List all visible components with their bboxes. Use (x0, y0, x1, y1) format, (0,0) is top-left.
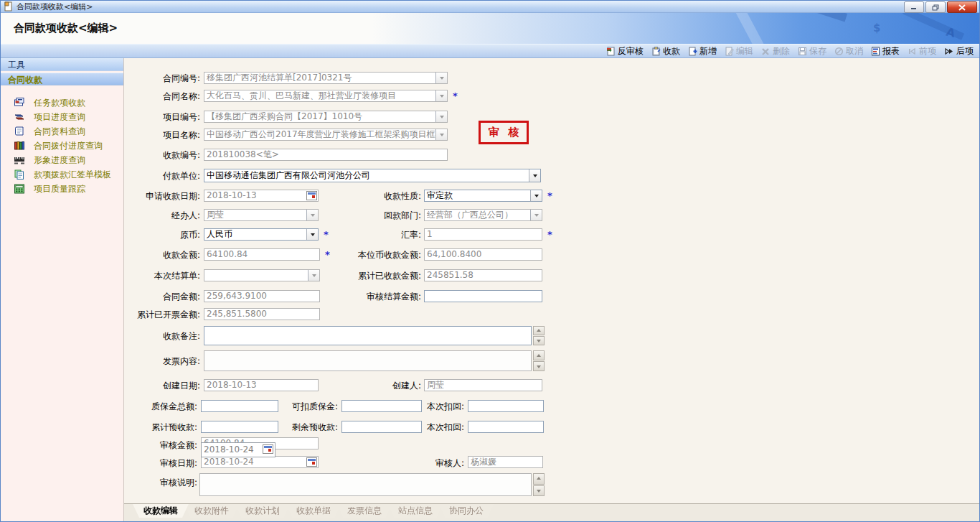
cumulative-invoiced-label: 累计已开票金额: (116, 309, 200, 320)
payer-value: 中国移动通信集团广西有限公司河池分公司 (207, 170, 370, 180)
anti-audit-icon (606, 47, 616, 56)
sidebar-item-label: 项目进度查询 (34, 111, 85, 123)
receipt-nature-label: 收款性质: (338, 190, 421, 202)
required-asterisk: * (324, 230, 329, 240)
handler-field: 周莹 (204, 209, 319, 221)
sidebar-tools-header[interactable]: 工具 (1, 58, 123, 71)
return-dept-field: 经营部（广西总公司） (424, 209, 542, 221)
payer-dropdown-button[interactable] (529, 169, 540, 182)
contract-name-value: 大化百马、贡川、巴马新建、那社营业厅装修项目 (207, 90, 396, 101)
deduct-this2-field[interactable] (468, 421, 544, 433)
save-button: 保存 (798, 45, 826, 57)
sidebar-item-image-progress[interactable]: 形象进度查询 (1, 153, 123, 167)
cumulative-advance-field[interactable] (201, 421, 278, 433)
report-button[interactable]: 报表 (871, 45, 900, 57)
deduct-this-field[interactable] (468, 400, 544, 412)
receipt-note-spinner[interactable] (533, 326, 545, 345)
anti-audit-label: 反审核 (618, 45, 644, 57)
sidebar-item-task-receipt[interactable]: 任务款项收款 (1, 95, 123, 110)
receipt-button[interactable]: 收款 (651, 45, 680, 57)
sidebar-item-label: 合同拨付进度查询 (34, 140, 103, 152)
save-icon (798, 47, 807, 56)
tab-collaboration[interactable]: 协同办公 (438, 504, 494, 518)
currency-field[interactable]: 人民币 (204, 228, 319, 241)
currency-dropdown-button[interactable] (306, 229, 318, 240)
banner-stripe (735, 13, 768, 45)
tab-receipt-plan[interactable]: 收款计划 (235, 504, 291, 518)
receipt-note-textarea[interactable] (204, 326, 532, 345)
close-button[interactable] (947, 1, 977, 13)
anti-audit-button[interactable]: 反审核 (606, 45, 644, 57)
tab-invoice-info[interactable]: 发票信息 (336, 504, 392, 518)
audit-settlement-field[interactable] (424, 290, 542, 302)
bottom-tabbar: 收款编辑 收款附件 收款计划 收款单据 发票信息 站点信息 协同办公 (124, 503, 979, 521)
cancel-label: 取消 (846, 45, 863, 57)
contract-name-field: 大化百马、贡川、巴马新建、那社营业厅装修项目 (204, 90, 448, 102)
next-button[interactable]: 后项 (944, 45, 974, 57)
banner-dollar-glyph: $ (873, 22, 880, 34)
project-progress-icon (14, 111, 25, 123)
contract-no-label: 合同编号: (116, 73, 200, 84)
minimize-button[interactable] (904, 1, 924, 13)
tab-label: 协同办公 (449, 505, 484, 516)
add-button[interactable]: 新增 (688, 45, 717, 57)
receipt-nature-value: 审定款 (427, 190, 453, 200)
receipt-amount-field[interactable]: 64100.84 (204, 248, 320, 261)
tab-receipt-edit[interactable]: 收款编辑 (133, 504, 189, 518)
delete-icon (761, 47, 771, 56)
payer-field[interactable]: 中国移动通信集团广西有限公司河池分公司 (204, 169, 541, 182)
deductible-warranty-label: 可扣质保金: (273, 401, 338, 412)
apply-date-value: 2018-10-13 (207, 190, 257, 200)
sidebar-item-label: 款项拨款汇签单模板 (34, 169, 111, 181)
audit-date-field[interactable]: 2018-10-24 (201, 456, 319, 468)
tab-receipt-attachment[interactable]: 收款附件 (184, 504, 240, 518)
previous-label: 前项 (919, 45, 936, 57)
spin-up-icon[interactable] (533, 473, 545, 485)
minimize-icon (910, 4, 918, 10)
project-no-field: 【移集团广西采购合同【2017】1010号 (204, 111, 448, 123)
receipt-nature-field[interactable]: 审定款 (424, 190, 542, 202)
handler-label: 经办人: (116, 210, 200, 221)
sidebar-item-appropriation-progress[interactable]: 合同拨付进度查询 (1, 139, 123, 153)
settlement-field (204, 269, 320, 281)
floating-date-value: 2018-10-24 (204, 444, 254, 455)
contract-no-value: 移集团广西河池结算单[2017]0321号 (207, 73, 352, 83)
sidebar-item-template[interactable]: 款项拨款汇签单模板 (1, 167, 123, 182)
project-no-dropdown-button (435, 111, 447, 122)
restore-icon (932, 4, 940, 11)
invoice-content-textarea (204, 350, 532, 371)
apply-date-field[interactable]: 2018-10-13 (204, 190, 319, 202)
restore-button[interactable] (925, 1, 946, 13)
contract-name-dropdown-button (435, 90, 447, 101)
apply-date-label: 申请收款日期: (116, 190, 200, 202)
receipt-nature-dropdown-button[interactable] (530, 190, 542, 201)
spin-down-icon[interactable] (533, 485, 545, 497)
receipt-amount-value: 64100.84 (207, 249, 248, 259)
spin-up-icon (533, 350, 545, 360)
sidebar-item-quality-track[interactable]: 项目质量跟踪 (1, 182, 123, 196)
tab-site-info[interactable]: 站点信息 (387, 504, 443, 518)
cumulative-advance-label: 累计预收款: (113, 421, 197, 431)
floating-date-picker[interactable]: 2018-10-24 (201, 442, 275, 457)
sidebar: 工具 合同收款 任务款项收款 项目进度查询 (1, 58, 124, 522)
spin-down-icon[interactable] (533, 336, 545, 345)
cumulative-invoiced-value: 245,851.5800 (207, 309, 267, 319)
receipt-amount-label: 收款金额: (116, 249, 200, 261)
sidebar-item-contract-doc[interactable]: 合同资料查询 (1, 124, 123, 139)
return-dept-value: 经营部（广西总公司） (427, 210, 513, 220)
calendar-icon[interactable] (263, 444, 273, 454)
deduct-this2-label: 本次扣回: (402, 421, 464, 431)
audit-note-spinner[interactable] (533, 473, 545, 496)
calendar-icon[interactable] (306, 191, 317, 200)
return-dept-label: 回款部门: (338, 210, 421, 221)
calendar-icon[interactable] (306, 457, 317, 467)
spin-up-icon[interactable] (533, 326, 545, 335)
previous-button: 前项 (908, 45, 936, 57)
sidebar-section-header[interactable]: 合同收款 (1, 73, 123, 85)
tab-receipt-bill[interactable]: 收款单据 (286, 504, 341, 518)
invoice-content-spinner (533, 350, 545, 371)
audit-note-textarea[interactable] (199, 473, 532, 496)
warranty-total-label: 质保金总额: (113, 401, 197, 412)
sidebar-item-project-progress[interactable]: 项目进度查询 (1, 110, 123, 124)
warranty-total-field[interactable] (201, 400, 278, 412)
